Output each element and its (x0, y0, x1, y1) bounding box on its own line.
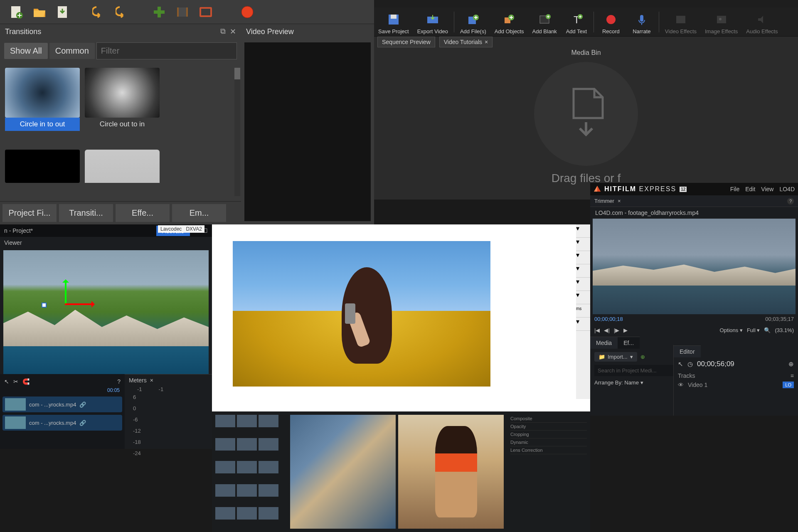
export-button[interactable] (239, 3, 256, 21)
media-thumb[interactable] (215, 507, 235, 520)
record-button[interactable]: Record (597, 9, 625, 35)
media-thumb[interactable] (215, 461, 235, 473)
source-viewer[interactable] (290, 415, 396, 529)
transition-item[interactable] (5, 150, 80, 197)
tab-sequence-preview[interactable]: Sequence Preview (377, 37, 435, 47)
close-icon[interactable]: × (485, 39, 488, 45)
full-dropdown[interactable]: Full ▾ (747, 327, 760, 333)
canvas-control[interactable]: ▾ (576, 251, 590, 264)
canvas-control[interactable]: ▾ (576, 278, 590, 291)
step-fwd-icon[interactable]: ▶ (623, 327, 628, 333)
tab-emojis[interactable]: Em... (172, 204, 226, 222)
tab-video-tutorials[interactable]: Video Tutorials× (439, 37, 493, 47)
fullscreen-button[interactable] (197, 3, 214, 21)
transition-item[interactable]: Circle in to out (5, 68, 80, 145)
menu-edit[interactable]: Edit (745, 186, 755, 192)
y-axis-arrow[interactable] (65, 280, 66, 305)
media-thumb[interactable] (215, 415, 235, 427)
tab-editor[interactable]: Editor (674, 345, 701, 357)
media-thumb[interactable] (259, 484, 278, 497)
media-thumb[interactable] (237, 484, 257, 497)
narrate-button[interactable]: Narrate (628, 9, 655, 35)
viewer-canvas[interactable] (3, 250, 209, 387)
media-thumb[interactable] (237, 415, 257, 427)
visibility-icon[interactable]: 👁 (678, 382, 684, 388)
add-blank-button[interactable]: Add Blank (530, 9, 559, 35)
audio-effects-button[interactable]: Audio Effects (744, 9, 780, 35)
tab-project-files[interactable]: Project Fi... (2, 204, 57, 222)
x-axis-arrow[interactable] (65, 303, 94, 305)
media-thumb[interactable] (215, 438, 235, 451)
redo-button[interactable] (114, 3, 131, 21)
tab-media[interactable]: Media (590, 337, 618, 349)
save-project-button[interactable] (54, 3, 71, 21)
add-text-button[interactable]: TAdd Text (563, 9, 590, 35)
detach-panel-icon[interactable]: ⧉ (220, 27, 226, 36)
canvas-control[interactable]: ▾ (576, 264, 590, 278)
add-files-button[interactable]: Add File(s) (458, 9, 489, 35)
undo-button[interactable] (91, 3, 108, 21)
tool-select-icon[interactable]: ↖ (4, 378, 9, 385)
new-project-button[interactable] (7, 3, 25, 21)
canvas-control[interactable]: ▾ (576, 238, 590, 251)
canvas-control[interactable]: ▾ (576, 318, 590, 331)
transition-item[interactable]: Circle out to in (85, 68, 160, 145)
open-project-button[interactable] (31, 3, 48, 21)
canvas-control[interactable]: ▾ (576, 291, 590, 304)
tab-common[interactable]: Common (49, 43, 95, 59)
image-effects-button[interactable]: Image Effects (702, 9, 740, 35)
help-icon[interactable]: ? (787, 198, 794, 204)
video-effects-button[interactable]: Video Effects (663, 9, 699, 35)
options-dropdown[interactable]: Options ▾ (719, 327, 742, 333)
menu-extra[interactable]: LO4D (779, 186, 795, 192)
import-files-button[interactable] (150, 3, 168, 21)
tab-show-all[interactable]: Show All (4, 43, 48, 59)
timeline-clip[interactable]: com - ...yrocks.mp4 🔗 (2, 397, 122, 412)
tab-effects[interactable]: Ef... (618, 337, 640, 349)
pointer-tool-icon[interactable]: ↖ (678, 360, 683, 368)
new-folder-icon[interactable]: ⊕ (640, 354, 645, 360)
canvas-control[interactable]: ▾ (576, 224, 590, 238)
zoom-icon[interactable]: 🔍 (764, 327, 771, 333)
media-thumb[interactable] (237, 507, 257, 520)
media-thumb[interactable] (259, 415, 278, 427)
track-row[interactable]: 👁 Video 1 LO (678, 379, 794, 391)
menu-file[interactable]: File (730, 186, 740, 192)
step-back-icon[interactable]: ◀| (604, 327, 609, 333)
media-thumb[interactable] (259, 438, 278, 451)
inspector-row[interactable]: Dynamic (510, 438, 587, 446)
editor-timecode[interactable]: 00;00;56;09 (697, 360, 734, 368)
close-icon[interactable]: × (150, 377, 153, 384)
tool-snap-icon[interactable]: 🧲 (22, 378, 30, 385)
media-thumb[interactable] (237, 461, 257, 473)
add-objects-button[interactable]: Add Objects (492, 9, 527, 35)
inspector-row[interactable]: Cropping (510, 431, 587, 438)
import-button[interactable]: 📁 Import... ▾ (594, 352, 637, 362)
help-icon[interactable]: ? (117, 378, 121, 385)
media-thumb[interactable] (259, 507, 278, 520)
close-icon[interactable]: × (618, 198, 621, 204)
export-video-button[interactable]: Export Video (415, 9, 451, 35)
transitions-filter-input[interactable] (96, 42, 237, 59)
selection-handle[interactable] (42, 303, 47, 308)
tracks-menu-icon[interactable]: ≡ (791, 372, 794, 379)
media-thumb[interactable] (259, 461, 278, 473)
media-thumb[interactable] (237, 438, 257, 451)
program-viewer[interactable] (398, 415, 504, 529)
inspector-row[interactable]: Opacity (510, 423, 587, 431)
transition-item[interactable] (85, 150, 160, 197)
timeline-clip[interactable]: com - ...yrocks.mp4 🔗 (2, 415, 122, 431)
save-project-button[interactable]: Save Project (376, 9, 411, 35)
add-track-icon[interactable]: ⊕ (788, 360, 794, 368)
menu-view[interactable]: View (761, 186, 773, 192)
inspector-row[interactable]: Lens Correction (510, 446, 587, 454)
canvas-control[interactable]: ms (576, 304, 590, 318)
tab-effects[interactable]: Effe... (116, 204, 170, 222)
media-bin[interactable]: Media Bin Drag files or f (374, 47, 798, 200)
transitions-scrollbar[interactable] (234, 68, 240, 196)
inspector-row[interactable]: Composite (510, 415, 587, 423)
play-icon[interactable]: |▶ (614, 327, 619, 333)
media-thumb[interactable] (215, 484, 235, 497)
tab-transitions[interactable]: Transiti... (59, 204, 113, 222)
close-panel-icon[interactable]: ✕ (230, 27, 236, 36)
